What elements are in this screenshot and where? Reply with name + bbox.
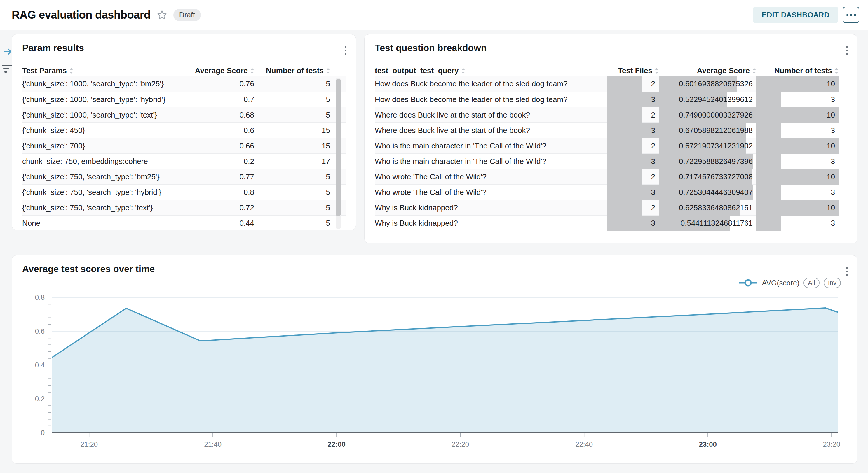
data-bar-cell: 0.7253044446309407 <box>659 184 756 200</box>
data-bar <box>607 138 642 154</box>
data-bar-cell: 3 <box>756 154 839 169</box>
table-row: Who wrote 'The Call of the Wild'?30.7253… <box>375 184 839 200</box>
data-bar-cell: 10 <box>756 138 839 154</box>
data-bar-cell: 2 <box>607 138 659 154</box>
vertical-scrollbar <box>336 77 341 229</box>
sort-icon <box>834 68 839 74</box>
param-table-body: {'chunk_size': 1000, 'search_type': 'bm2… <box>22 76 346 231</box>
data-bar <box>756 76 839 92</box>
data-bar-cell: 3 <box>756 184 839 200</box>
data-bar-cell: 0.6705898212061988 <box>659 123 756 138</box>
data-bar <box>607 107 642 123</box>
data-bar <box>756 215 781 231</box>
svg-text:0.2: 0.2 <box>35 395 45 403</box>
svg-text:22:40: 22:40 <box>575 440 593 448</box>
data-bar <box>607 169 642 184</box>
sort-icon <box>655 68 659 74</box>
table-row: {'chunk_size': 1000, 'search_type': 'tex… <box>22 107 346 123</box>
svg-text:21:20: 21:20 <box>80 440 98 448</box>
data-bar <box>756 92 781 107</box>
table-row: {'chunk_size': 1000, 'search_type': 'hyb… <box>22 92 346 107</box>
data-bar <box>607 76 642 92</box>
query-cell: Who wrote 'The Call of the Wild'? <box>375 188 607 197</box>
page-title: RAG evaluation dashboard <box>12 9 151 21</box>
table-row: Why is Buck kidnapped?20.625833648086215… <box>375 200 839 215</box>
column-header-average-score[interactable]: Average Score <box>659 66 756 75</box>
table-row: Who is the main character in 'The Call o… <box>375 138 839 154</box>
svg-text:0.6: 0.6 <box>35 327 45 335</box>
ellipsis-icon <box>846 14 848 16</box>
table-row: Where does Buck live at the start of the… <box>375 107 839 123</box>
data-bar-cell: 0.6721907341231902 <box>659 138 756 154</box>
question-table-body: How does Buck become the leader of the s… <box>375 76 839 231</box>
data-bar <box>607 200 642 215</box>
data-bar <box>756 184 781 200</box>
svg-text:0.8: 0.8 <box>35 293 45 301</box>
data-bar <box>756 154 781 169</box>
sort-icon <box>752 68 756 74</box>
param-table-header: Test Params Average Score Number of test… <box>22 66 346 76</box>
svg-text:0.4: 0.4 <box>35 361 45 369</box>
table-row: {'chunk_size': 750, 'search_type': 'hybr… <box>22 184 346 200</box>
query-cell: Who wrote 'The Call of the Wild'? <box>375 172 607 181</box>
data-bar-cell: 3 <box>756 92 839 107</box>
favorite-star-icon[interactable] <box>157 10 167 20</box>
data-bar-cell: 3 <box>607 154 659 169</box>
edit-dashboard-button[interactable]: EDIT DASHBOARD <box>753 7 838 23</box>
data-bar-cell: 3 <box>607 215 659 231</box>
data-bar-cell: 2 <box>607 200 659 215</box>
data-bar <box>756 107 839 123</box>
top-bar: RAG evaluation dashboard Draft EDIT DASH… <box>0 0 868 30</box>
scrollbar-thumb[interactable] <box>336 79 341 216</box>
panel-menu-icon[interactable] <box>845 45 849 56</box>
table-row: Why is Buck kidnapped?30.544111324681176… <box>375 215 839 231</box>
column-header-test-params[interactable]: Test Params <box>22 66 184 75</box>
top-bar-actions: EDIT DASHBOARD <box>753 7 859 23</box>
filter-icon[interactable] <box>2 65 12 74</box>
sort-icon <box>461 68 465 74</box>
svg-text:22:20: 22:20 <box>452 440 469 448</box>
data-bar-cell: 2 <box>607 76 659 92</box>
table-row: {'chunk_size': 450}0.615 <box>22 123 346 138</box>
data-bar-cell: 0.6258336480862151 <box>659 200 756 215</box>
table-row: {'chunk_size': 1000, 'search_type': 'bm2… <box>22 76 346 92</box>
data-bar-cell: 3 <box>607 184 659 200</box>
column-header-test-files[interactable]: Test Files <box>607 66 659 75</box>
data-bar-cell: 10 <box>756 200 839 215</box>
query-cell: Who is the main character in 'The Call o… <box>375 141 607 150</box>
data-bar <box>756 138 839 154</box>
data-bar-cell: 2 <box>607 169 659 184</box>
data-bar-cell: 0.5441113246811761 <box>659 215 756 231</box>
table-row: Who wrote 'The Call of the Wild'?20.7174… <box>375 169 839 184</box>
table-row: {'chunk_size': 700}0.6615 <box>22 138 346 154</box>
query-cell: How does Buck become the leader of the s… <box>375 79 607 88</box>
question-table-header: test_output_test_query Test Files Averag… <box>375 66 839 76</box>
data-bar-cell: 3 <box>756 215 839 231</box>
data-bar-cell: 0.6016938820675326 <box>659 76 756 92</box>
table-row: None0.445 <box>22 215 346 231</box>
sort-icon <box>69 68 73 74</box>
data-bar-cell: 2 <box>607 107 659 123</box>
more-menu-button[interactable] <box>843 7 859 23</box>
query-cell: Who is the main character in 'The Call o… <box>375 157 607 166</box>
table-row: How does Buck become the leader of the s… <box>375 92 839 107</box>
line-chart[interactable]: 00.20.40.60.821:2021:4022:0022:2022:4023… <box>12 256 857 463</box>
panel-menu-icon[interactable] <box>343 45 348 56</box>
column-header-average-score[interactable]: Average Score <box>184 66 254 75</box>
table-row: How does Buck become the leader of the s… <box>375 76 839 92</box>
column-header-number-of-tests[interactable]: Number of tests <box>254 66 330 75</box>
column-header-query[interactable]: test_output_test_query <box>375 66 607 75</box>
svg-text:22:00: 22:00 <box>328 440 346 448</box>
data-bar-cell: 0.7490000003327926 <box>659 107 756 123</box>
status-badge: Draft <box>174 9 201 21</box>
data-bar <box>756 123 781 138</box>
question-breakdown-panel: Test question breakdown test_output_test… <box>364 34 858 243</box>
data-bar-cell: 3 <box>756 123 839 138</box>
table-row: Who is the main character in 'The Call o… <box>375 154 839 169</box>
svg-text:23:00: 23:00 <box>699 440 717 448</box>
column-header-number-of-tests[interactable]: Number of tests <box>756 66 839 75</box>
data-bar-cell: 3 <box>607 123 659 138</box>
query-cell: Where does Buck live at the start of the… <box>375 110 607 120</box>
query-cell: Where does Buck live at the start of the… <box>375 126 607 135</box>
svg-text:0: 0 <box>41 429 45 437</box>
